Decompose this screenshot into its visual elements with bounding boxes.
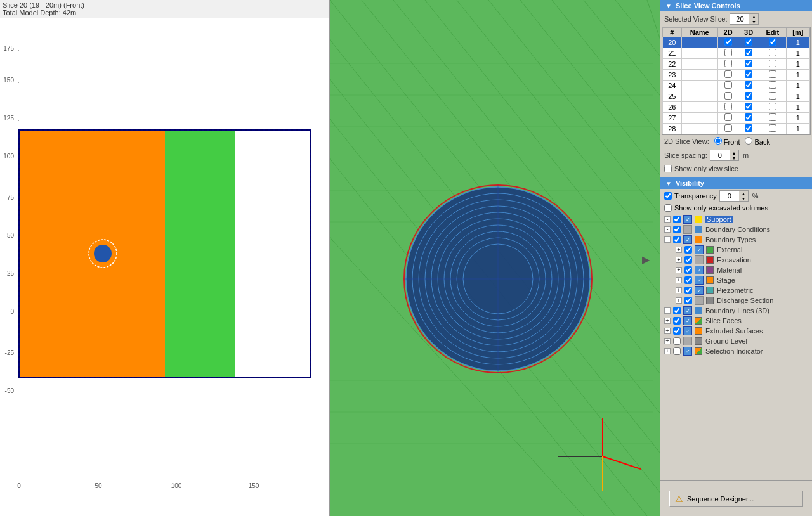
- slice-table-row[interactable]: 211: [663, 48, 810, 59]
- tree-eye-icon[interactable]: ✓: [695, 286, 704, 295]
- tree-item[interactable]: +✓Stage: [660, 275, 812, 285]
- tree-checkbox[interactable]: [673, 226, 681, 233]
- slice-table-row[interactable]: 251: [663, 91, 810, 102]
- selected-view-slice-input[interactable]: [730, 15, 749, 23]
- slice-view-collapse-btn[interactable]: ▼: [664, 3, 673, 10]
- tree-expand-btn[interactable]: +: [676, 277, 682, 283]
- tree-item[interactable]: +✓Selection Indicator: [660, 346, 812, 356]
- slice-edit-cell[interactable]: [759, 102, 786, 113]
- sequence-designer-button[interactable]: ⚠ Sequence Designer...: [669, 491, 803, 507]
- slice-edit-cell[interactable]: [759, 70, 786, 81]
- slice-2d-cell[interactable]: [717, 91, 738, 102]
- slice-2d-cell[interactable]: [717, 48, 738, 59]
- tree-checkbox[interactable]: [684, 276, 692, 284]
- back-radio-label[interactable]: Back: [745, 137, 770, 146]
- slice-2d-cell[interactable]: [717, 37, 738, 48]
- slice-2d-cell[interactable]: [717, 59, 738, 70]
- tree-eye-icon[interactable]: ✓: [683, 326, 692, 335]
- slice-2d-cell[interactable]: [717, 81, 738, 91]
- slice-edit-cell[interactable]: [759, 81, 786, 91]
- tree-eye-icon[interactable]: ✓: [683, 215, 692, 224]
- tree-checkbox[interactable]: [673, 347, 681, 355]
- tree-eye-icon[interactable]: ✓: [683, 347, 692, 356]
- slice-3d-cell[interactable]: [738, 81, 759, 91]
- tree-item[interactable]: -Boundary Conditions: [660, 224, 812, 235]
- slice-table-container[interactable]: # Name 2D 3D Edit [m] 201211221231241251…: [662, 27, 811, 135]
- tree-item[interactable]: +Excavation: [660, 255, 812, 265]
- tree-checkbox[interactable]: [673, 307, 681, 314]
- slice-3d-cell[interactable]: [738, 113, 759, 124]
- slice-2d-cell[interactable]: [717, 124, 738, 134]
- tree-item[interactable]: -✓Support: [660, 214, 812, 224]
- tree-checkbox[interactable]: [684, 256, 692, 264]
- slice-3d-cell[interactable]: [738, 59, 759, 70]
- slice-3d-cell[interactable]: [738, 91, 759, 102]
- tree-checkbox[interactable]: [684, 297, 692, 304]
- slice-table-row[interactable]: 231: [663, 70, 810, 81]
- tree-expand-btn[interactable]: -: [664, 216, 671, 223]
- tree-expand-btn[interactable]: +: [676, 287, 682, 293]
- slice-2d-cell[interactable]: [717, 113, 738, 124]
- tree-eye-icon[interactable]: [683, 337, 692, 345]
- slice-table-row[interactable]: 241: [663, 81, 810, 91]
- tree-checkbox[interactable]: [673, 216, 681, 223]
- spacing-spin-down[interactable]: ▼: [730, 155, 738, 160]
- show-only-slice-checkbox[interactable]: [664, 165, 672, 172]
- tree-expand-btn[interactable]: +: [664, 348, 671, 354]
- tree-eye-icon[interactable]: ✓: [695, 266, 704, 274]
- tree-item[interactable]: +✓Piezometric: [660, 285, 812, 295]
- slice-edit-cell[interactable]: [759, 37, 786, 48]
- tree-eye-icon[interactable]: ✓: [683, 316, 692, 325]
- slice-3d-cell[interactable]: [738, 102, 759, 113]
- slice-spin-up[interactable]: ▲: [749, 14, 758, 19]
- front-radio[interactable]: [714, 137, 722, 145]
- slice-3d-cell[interactable]: [738, 70, 759, 81]
- transparency-input[interactable]: [720, 192, 739, 200]
- tree-expand-btn[interactable]: -: [664, 307, 671, 314]
- slice-2d-cell[interactable]: [717, 102, 738, 113]
- transparency-spinbox[interactable]: ▲ ▼: [719, 190, 749, 202]
- slice-table-row[interactable]: 201: [663, 37, 810, 48]
- tree-item[interactable]: -✓Boundary Lines (3D): [660, 306, 812, 316]
- tree-eye-icon[interactable]: [695, 296, 704, 305]
- tree-item[interactable]: +Ground Level: [660, 336, 812, 346]
- tree-checkbox[interactable]: [684, 266, 692, 274]
- tree-eye-icon[interactable]: ✓: [683, 235, 692, 244]
- tree-expand-btn[interactable]: +: [664, 318, 671, 324]
- tree-checkbox[interactable]: [684, 287, 692, 294]
- front-radio-label[interactable]: Front: [714, 137, 740, 146]
- tree-item[interactable]: +Discharge Section: [660, 295, 812, 306]
- tree-expand-btn[interactable]: +: [676, 297, 682, 304]
- slice-table-row[interactable]: 271: [663, 113, 810, 124]
- slice-3d-cell[interactable]: [738, 124, 759, 134]
- tree-item[interactable]: +✓External: [660, 245, 812, 255]
- tree-eye-icon[interactable]: ✓: [695, 276, 704, 285]
- tree-expand-btn[interactable]: +: [676, 257, 682, 263]
- visibility-collapse-btn[interactable]: ▼: [664, 180, 673, 187]
- tree-expand-btn[interactable]: -: [664, 236, 671, 243]
- slice-edit-cell[interactable]: [759, 113, 786, 124]
- tree-eye-icon[interactable]: [695, 255, 704, 264]
- slice-table-row[interactable]: 221: [663, 59, 810, 70]
- slice-table-row[interactable]: 261: [663, 102, 810, 113]
- slice-3d-cell[interactable]: [738, 48, 759, 59]
- slice-3d-cell[interactable]: [738, 37, 759, 48]
- tree-expand-btn[interactable]: +: [676, 247, 682, 253]
- back-radio[interactable]: [745, 137, 752, 145]
- tree-eye-icon[interactable]: ✓: [683, 306, 692, 315]
- slice-table-row[interactable]: 281: [663, 124, 810, 134]
- slice-spacing-input[interactable]: [710, 152, 730, 159]
- slice-edit-cell[interactable]: [759, 48, 786, 59]
- slice-spacing-spinbox[interactable]: ▲ ▼: [710, 150, 739, 161]
- tree-item[interactable]: +✓Extruded Surfaces: [660, 326, 812, 336]
- tree-checkbox[interactable]: [673, 337, 681, 345]
- tree-expand-btn[interactable]: +: [664, 328, 671, 334]
- trans-spin-down[interactable]: ▼: [739, 196, 748, 201]
- tree-checkbox[interactable]: [673, 236, 681, 243]
- transparency-checkbox[interactable]: [664, 192, 672, 200]
- tree-eye-icon[interactable]: [683, 225, 692, 234]
- slice-2d-cell[interactable]: [717, 70, 738, 81]
- slice-edit-cell[interactable]: [759, 91, 786, 102]
- tree-item[interactable]: -✓Boundary Types: [660, 235, 812, 245]
- trans-spin-up[interactable]: ▲: [739, 191, 748, 196]
